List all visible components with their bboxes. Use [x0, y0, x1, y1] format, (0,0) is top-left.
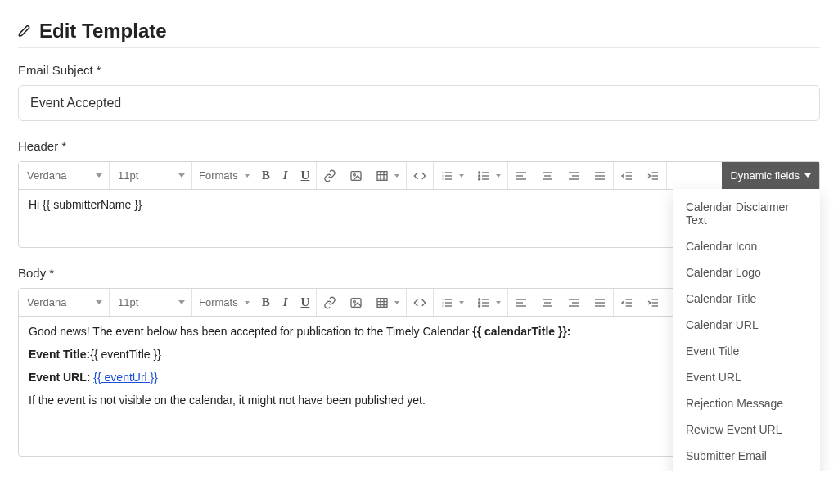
font-size-label: 11pt	[118, 296, 138, 308]
font-family-label: Verdana	[27, 296, 66, 308]
code-button[interactable]	[407, 162, 433, 189]
align-center-button[interactable]	[534, 162, 561, 189]
caret-icon	[245, 174, 250, 178]
email-subject-label: Email Subject *	[18, 63, 820, 77]
align-center-icon	[541, 296, 554, 309]
email-subject-block: Email Subject *	[18, 63, 820, 121]
event-url-label: Event URL:	[29, 371, 90, 384]
bullet-list-button[interactable]	[471, 289, 507, 316]
svg-point-44	[479, 305, 480, 307]
dynamic-field-item[interactable]: Calendar Disclaimer Text	[673, 194, 820, 233]
align-justify-button[interactable]	[587, 289, 613, 316]
code-button[interactable]	[407, 289, 433, 316]
numbered-list-button[interactable]	[434, 289, 471, 316]
divider	[18, 47, 820, 48]
dynamic-field-item[interactable]: Calendar Icon	[673, 233, 820, 259]
caret-icon	[804, 173, 811, 178]
event-url-link[interactable]: {{ eventUrl }}	[93, 371, 158, 384]
dynamic-field-item[interactable]: Rejection Message	[673, 390, 820, 416]
align-right-button[interactable]	[561, 289, 587, 316]
image-button[interactable]	[343, 289, 369, 316]
caret-icon	[178, 300, 185, 304]
svg-rect-33	[351, 298, 361, 307]
underline-icon: U	[301, 295, 310, 309]
dynamic-field-item[interactable]: Submitter Email	[673, 443, 820, 469]
ol-icon	[440, 169, 453, 182]
link-button[interactable]	[317, 162, 343, 189]
outdent-button[interactable]	[614, 289, 640, 316]
outdent-button[interactable]	[614, 162, 640, 189]
font-size-select[interactable]: 11pt	[110, 162, 191, 189]
formats-select[interactable]: Formats	[192, 162, 255, 189]
table-button[interactable]	[369, 289, 406, 316]
header-editor-wrap: Verdana 11pt Formats B I U	[18, 161, 820, 248]
align-left-button[interactable]	[508, 162, 534, 189]
italic-button[interactable]: I	[277, 289, 295, 316]
ul-icon	[477, 296, 490, 309]
bold-button[interactable]: B	[255, 162, 277, 189]
dynamic-field-item[interactable]: Event URL	[673, 364, 820, 390]
pencil-icon	[18, 25, 31, 38]
bold-icon: B	[262, 295, 270, 309]
formats-label: Formats	[199, 296, 238, 308]
align-left-button[interactable]	[508, 289, 534, 316]
ul-icon	[477, 169, 490, 182]
link-button[interactable]	[317, 289, 343, 316]
indent-icon	[647, 169, 660, 182]
dynamic-field-item[interactable]: Calendar Logo	[673, 259, 820, 286]
underline-button[interactable]: U	[295, 162, 317, 189]
align-left-icon	[515, 169, 528, 182]
svg-point-43	[479, 302, 480, 304]
align-justify-icon	[593, 296, 606, 309]
indent-button[interactable]	[640, 289, 666, 316]
font-family-label: Verdana	[27, 169, 66, 182]
font-size-select[interactable]: 11pt	[110, 289, 191, 316]
table-button[interactable]	[369, 162, 406, 189]
dynamic-field-item[interactable]: Calendar URL	[673, 312, 820, 338]
code-icon	[413, 169, 426, 182]
svg-point-11	[479, 178, 480, 180]
dynamic-field-item[interactable]: Submitter Name	[673, 469, 820, 471]
dynamic-field-item[interactable]: Event Title	[673, 338, 820, 364]
caret-icon	[96, 173, 102, 178]
header-block: Header * Verdana 11pt Formats	[18, 139, 820, 248]
svg-point-9	[479, 172, 480, 173]
table-icon	[376, 296, 389, 309]
align-right-icon	[567, 296, 580, 309]
align-justify-button[interactable]	[587, 162, 613, 189]
indent-button[interactable]	[640, 162, 666, 189]
font-size-label: 11pt	[118, 169, 138, 182]
bold-button[interactable]: B	[255, 289, 277, 316]
image-button[interactable]	[343, 162, 369, 189]
align-right-button[interactable]	[561, 162, 587, 189]
event-title-value: {{ eventTitle }}	[90, 348, 161, 361]
formats-select[interactable]: Formats	[192, 289, 255, 316]
ol-icon	[440, 296, 453, 309]
dynamic-fields-button[interactable]: Dynamic fields	[722, 162, 819, 189]
italic-button[interactable]: I	[277, 162, 295, 189]
dynamic-field-item[interactable]: Calendar Title	[673, 286, 820, 312]
dynamic-fields-dropdown: Calendar Disclaimer TextCalendar IconCal…	[673, 189, 820, 471]
outdent-icon	[620, 169, 633, 182]
table-icon	[376, 169, 389, 182]
dynamic-field-item[interactable]: Review Event URL	[673, 416, 820, 443]
svg-rect-2	[377, 171, 387, 180]
code-icon	[413, 296, 426, 309]
bullet-list-button[interactable]	[471, 162, 507, 189]
body-intro-bold: {{ calendarTitle }}:	[472, 325, 570, 338]
caret-icon	[394, 174, 399, 178]
font-family-select[interactable]: Verdana	[19, 289, 109, 316]
align-center-button[interactable]	[534, 289, 561, 316]
caret-icon	[459, 301, 464, 304]
underline-button[interactable]: U	[295, 289, 317, 316]
align-center-icon	[541, 169, 554, 182]
caret-icon	[245, 301, 250, 304]
numbered-list-button[interactable]	[434, 162, 471, 189]
italic-icon: I	[283, 295, 288, 309]
email-subject-input[interactable]	[18, 85, 820, 121]
align-right-icon	[567, 169, 580, 182]
formats-label: Formats	[199, 169, 238, 182]
caret-icon	[496, 301, 501, 304]
font-family-select[interactable]: Verdana	[19, 162, 109, 189]
image-icon	[349, 169, 363, 182]
